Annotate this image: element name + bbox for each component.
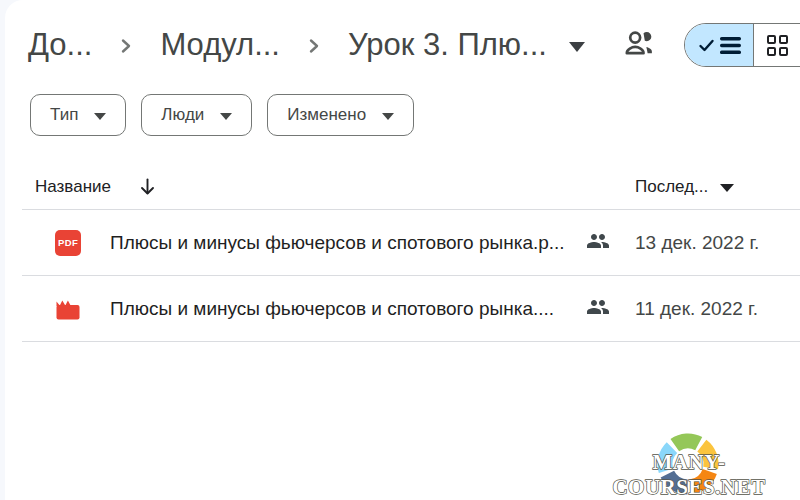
chevron-down-icon — [382, 113, 394, 120]
column-header-modified-label: Послед... — [635, 177, 708, 197]
breadcrumb: До... Модул... Урок 3. Плю... — [28, 20, 585, 70]
modified-date: 11 дек. 2022 г. — [635, 298, 758, 320]
modified-date: 13 дек. 2022 г. — [635, 232, 759, 254]
list-view-button[interactable] — [685, 24, 753, 66]
file-row-video[interactable]: Плюсы и минусы фьючерсов и спотового рын… — [0, 276, 800, 341]
chevron-down-icon — [720, 184, 734, 192]
share-people-icon[interactable] — [622, 26, 656, 64]
filter-chip-type[interactable]: Тип — [30, 94, 126, 136]
chevron-down-icon — [94, 113, 106, 120]
file-name: Плюсы и минусы фьючерсов и спотового рын… — [110, 232, 565, 254]
filter-chip-label: Тип — [50, 105, 78, 125]
video-file-icon — [55, 296, 81, 322]
divider — [22, 341, 800, 342]
filter-chip-label: Изменено — [287, 105, 366, 125]
column-header-modified[interactable]: Послед... — [635, 173, 734, 201]
view-toggle — [684, 23, 800, 67]
shared-people-icon — [586, 229, 610, 257]
filter-chip-modified[interactable]: Изменено — [267, 94, 414, 136]
breadcrumb-item-current[interactable]: Урок 3. Плю... — [348, 27, 547, 63]
sort-descending-arrow-icon — [138, 177, 157, 197]
folder-menu-caret-icon[interactable] — [569, 42, 585, 52]
file-row-pdf[interactable]: PDF Плюсы и минусы фьючерсов и спотового… — [0, 210, 800, 275]
chevron-down-icon — [220, 113, 232, 120]
chevron-right-icon — [116, 36, 136, 56]
list-view-icon — [720, 36, 741, 55]
grid-view-button[interactable] — [753, 24, 800, 66]
breadcrumb-item-module[interactable]: Модул... — [160, 27, 280, 63]
filter-chip-label: Люди — [161, 105, 204, 125]
filter-chip-people[interactable]: Люди — [141, 94, 252, 136]
column-header-name[interactable]: Название — [35, 173, 157, 201]
check-icon — [698, 37, 715, 54]
file-name: Плюсы и минусы фьючерсов и спотового рын… — [110, 298, 554, 320]
pdf-file-icon: PDF — [55, 230, 81, 256]
column-header-name-label: Название — [35, 177, 111, 197]
grid-view-icon — [767, 35, 788, 56]
filter-bar: Тип Люди Изменено — [30, 94, 414, 136]
breadcrumb-item-root[interactable]: До... — [28, 27, 92, 63]
shared-people-icon — [586, 295, 610, 323]
chevron-right-icon — [304, 36, 324, 56]
